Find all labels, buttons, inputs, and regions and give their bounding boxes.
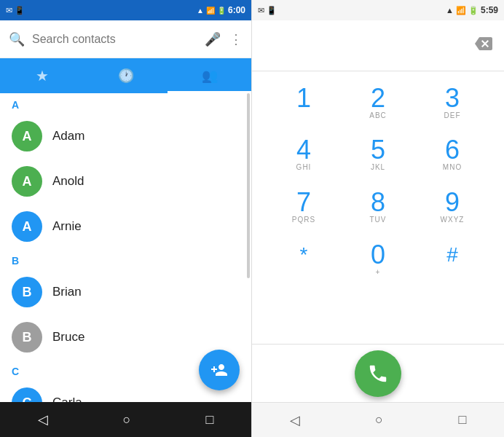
contacts-app: ✉ 📱 ▲ 📶 🔋 6:00 🔍 🎤 ⋮ ★ 🕐 👥 A (0, 0, 252, 437)
key-7-num: 7 (296, 189, 311, 216)
clock-icon: 🕐 (118, 68, 134, 84)
key-9-letters: WXYZ (441, 216, 465, 226)
contact-arnie[interactable]: A Arnie (0, 204, 251, 249)
contacts-icon: 👥 (202, 68, 218, 84)
mic-icon[interactable]: 🎤 (205, 31, 221, 47)
key-9-num: 9 (445, 189, 460, 216)
dial-key-9[interactable]: 9 WXYZ (415, 181, 489, 234)
back-button-left[interactable]: ◁ (26, 406, 60, 433)
search-icon: 🔍 (9, 31, 25, 47)
tab-recents[interactable]: 🕐 (84, 58, 168, 93)
key-0-num: 0 (371, 242, 385, 268)
dial-key-3[interactable]: 3 DEF (415, 77, 489, 130)
tab-favorites[interactable]: ★ (0, 58, 84, 93)
avatar-bruce: B (12, 322, 42, 353)
battery-icon-right: 🔋 (468, 6, 479, 15)
key-8-letters: TUV (370, 216, 387, 226)
dial-key-6[interactable]: 6 MNO (415, 130, 489, 182)
contact-name-arnie: Arnie (52, 219, 82, 234)
dial-key-star[interactable]: * (267, 234, 341, 286)
signal-icon: ▲ (197, 7, 204, 15)
add-contact-fab[interactable] (199, 350, 240, 390)
key-3-letters: DEF (444, 111, 461, 122)
add-person-icon (210, 361, 228, 379)
contact-name-brian: Brian (52, 285, 82, 299)
signal-icon-right: ▲ (446, 6, 454, 15)
dialer-app: ✉ 📱 ▲ 📶 🔋 5:59 1 2 ABC 3 DEF (252, 0, 504, 437)
key-star-sym: * (300, 243, 308, 267)
battery-icon: 🔋 (217, 7, 226, 15)
time-left: 6:00 (228, 5, 245, 15)
dial-key-hash[interactable]: # (415, 234, 489, 286)
star-icon: ★ (36, 67, 49, 84)
dial-key-7[interactable]: 7 PQRS (267, 181, 341, 234)
dial-key-5[interactable]: 5 JKL (341, 130, 415, 182)
status-icons-right: ▲ 📶 🔋 5:59 (446, 5, 498, 15)
avatar-adam: A (12, 121, 42, 151)
more-icon[interactable]: ⋮ (229, 31, 243, 47)
dial-key-1[interactable]: 1 (267, 77, 341, 130)
contact-adam[interactable]: A Adam (0, 114, 251, 159)
call-row (252, 344, 504, 402)
key-5-num: 5 (371, 137, 385, 163)
status-bar-right: ✉ 📱 ▲ 📶 🔋 5:59 (252, 0, 504, 20)
call-button[interactable] (355, 350, 401, 397)
dial-key-8[interactable]: 8 TUV (341, 181, 415, 234)
contact-name-bruce: Bruce (52, 330, 84, 345)
dialer-display (252, 20, 504, 71)
key-4-num: 4 (296, 137, 311, 163)
bottom-nav-left: ◁ ○ □ (0, 402, 251, 437)
back-button-right[interactable]: ◁ (278, 406, 312, 434)
key-7-letters: PQRS (292, 216, 315, 226)
recent-button-right[interactable]: □ (446, 406, 478, 433)
key-0-letters: + (376, 268, 381, 278)
search-bar: 🔍 🎤 ⋮ (0, 20, 251, 58)
bottom-nav-right: ◁ ○ □ (252, 402, 504, 437)
contact-anold[interactable]: A Anold (0, 159, 251, 204)
contact-name-carla: Carla (52, 395, 82, 402)
dial-key-2[interactable]: 2 ABC (341, 77, 415, 130)
contact-brian[interactable]: B Brian (0, 269, 251, 315)
home-button-left[interactable]: ○ (111, 406, 143, 433)
avatar-anold: A (12, 166, 42, 197)
key-8-num: 8 (371, 189, 385, 216)
wifi-icon-right: 📶 (456, 6, 466, 15)
key-2-num: 2 (371, 85, 385, 111)
tab-bar: ★ 🕐 👥 (0, 58, 251, 93)
search-bar-actions: 🎤 ⋮ (205, 31, 243, 47)
home-button-right[interactable]: ○ (363, 406, 395, 433)
delete-button[interactable] (475, 35, 492, 56)
app-icon-left: ✉ 📱 (6, 6, 25, 15)
key-2-letters: ABC (369, 111, 387, 122)
dial-key-0[interactable]: 0 + (341, 234, 415, 286)
section-b: B (0, 249, 251, 269)
key-6-num: 6 (445, 137, 460, 163)
dial-key-4[interactable]: 4 GHI (267, 130, 341, 182)
key-4-letters: GHI (296, 163, 312, 173)
tab-contacts[interactable]: 👥 (168, 58, 251, 93)
contacts-panel: A A Adam A Anold A Arnie B B Brian B Bru… (0, 93, 251, 402)
contact-name-adam: Adam (52, 129, 84, 143)
section-a: A (0, 93, 251, 114)
recent-button-left[interactable]: □ (194, 406, 226, 433)
key-1-num: 1 (296, 85, 311, 111)
key-5-letters: JKL (371, 163, 385, 173)
status-bar-left: ✉ 📱 ▲ 📶 🔋 6:00 (0, 0, 251, 20)
key-3-num: 3 (445, 85, 460, 111)
avatar-arnie: A (12, 211, 42, 242)
phone-icon (367, 363, 389, 385)
key-6-letters: MNO (443, 163, 462, 173)
key-hash-sym: # (446, 243, 458, 267)
search-input[interactable] (32, 33, 197, 46)
avatar-carla: C (12, 387, 42, 402)
scroll-indicator (247, 93, 250, 278)
app-icon-right: ✉ 📱 (258, 6, 277, 15)
status-icons-left: ▲ 📶 🔋 6:00 (197, 5, 245, 15)
wifi-icon: 📶 (206, 7, 215, 15)
dialer-grid: 1 2 ABC 3 DEF 4 GHI 5 JKL 6 MNO 7 PQRS (252, 71, 504, 344)
avatar-brian: B (12, 277, 42, 307)
time-right: 5:59 (481, 5, 498, 15)
backspace-icon (475, 35, 492, 52)
contact-name-anold: Anold (52, 174, 84, 189)
